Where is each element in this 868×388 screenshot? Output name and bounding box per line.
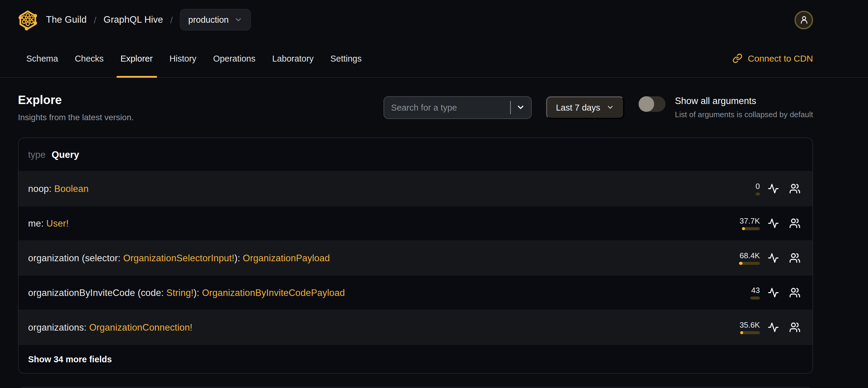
tab-settings[interactable]: Settings: [322, 39, 370, 77]
field-type-link[interactable]: Boolean: [54, 183, 88, 193]
field-type-link[interactable]: OrganizationConnection!: [89, 322, 193, 332]
table-row: organization (selector: OrganizationSele…: [19, 240, 812, 275]
show-arguments-switch[interactable]: [639, 96, 665, 112]
type-search-combobox: [383, 96, 531, 119]
tab-laboratory[interactable]: Laboratory: [264, 39, 322, 77]
field-usage: 0: [726, 182, 760, 196]
field-text: organization (selector:: [28, 252, 123, 263]
field-usage-bar: [739, 262, 760, 265]
activity-icon[interactable]: [768, 322, 779, 333]
users-icon[interactable]: [789, 252, 801, 264]
field-text: me:: [28, 218, 46, 228]
fields-list: noop: Boolean 0 me: User! 37.7K: [19, 171, 812, 345]
field-text: ):: [193, 287, 202, 297]
type-name: Query: [52, 149, 80, 160]
field-type-link[interactable]: OrganizationByInviteCodePayload: [202, 287, 345, 297]
hive-logo-icon[interactable]: [18, 9, 38, 30]
show-arguments-toggle-group: Show all arguments List of arguments is …: [639, 96, 813, 119]
breadcrumb-separator: /: [94, 14, 96, 25]
tab-schema[interactable]: Schema: [18, 39, 66, 77]
page-subtitle: Insights from the latest version.: [18, 112, 134, 122]
field-usage-bar-fill: [739, 262, 743, 265]
user-icon: [799, 15, 809, 25]
top-bar: The Guild / GraphQL Hive / production: [0, 0, 868, 39]
page-title: Explore: [18, 93, 134, 107]
breadcrumb-separator: /: [170, 14, 173, 25]
breadcrumb-project[interactable]: GraphQL Hive: [104, 14, 163, 25]
field-type-link[interactable]: User!: [46, 218, 69, 228]
field-usage: 35.6K: [726, 321, 760, 334]
next-type-card-preview: [18, 387, 813, 388]
field-signature: organization (selector: OrganizationSele…: [28, 252, 330, 263]
field-text: ):: [235, 252, 243, 263]
activity-icon[interactable]: [768, 218, 779, 229]
field-signature: organizationByInviteCode (code: String!)…: [28, 287, 345, 298]
type-kind-label: type: [28, 149, 46, 160]
field-usage: 37.7K: [726, 216, 760, 230]
show-more-fields-button[interactable]: Show 34 more fields: [19, 345, 812, 373]
field-stats: 35.6K: [726, 321, 801, 334]
nav-tabs: SchemaChecksExplorerHistoryOperationsLab…: [18, 39, 370, 77]
activity-icon[interactable]: [768, 183, 779, 194]
field-stats: 37.7K: [726, 216, 801, 230]
breadcrumb-org[interactable]: The Guild: [46, 14, 87, 25]
switch-knob: [639, 96, 654, 112]
users-icon[interactable]: [789, 287, 801, 298]
field-usage-bar: [750, 297, 760, 300]
tab-checks[interactable]: Checks: [66, 39, 112, 77]
activity-icon[interactable]: [768, 287, 779, 298]
users-icon[interactable]: [789, 183, 801, 194]
field-usage: 43: [726, 286, 760, 300]
field-usage-bar: [742, 227, 760, 230]
field-stats: 43: [726, 286, 801, 300]
connect-to-cdn-button[interactable]: Connect to CDN: [733, 39, 813, 77]
field-usage-bar: [740, 331, 760, 334]
date-range-value: Last 7 days: [556, 102, 600, 112]
field-signature: me: User!: [28, 218, 69, 229]
table-row: organizations: OrganizationConnection! 3…: [19, 310, 812, 345]
field-usage: 68.4K: [726, 251, 760, 265]
field-count: 0: [756, 182, 760, 191]
field-text: organizations:: [28, 322, 89, 332]
users-icon[interactable]: [789, 218, 801, 229]
tab-explorer[interactable]: Explorer: [112, 39, 161, 77]
type-card-header: type Query: [19, 138, 812, 171]
field-type-link[interactable]: OrganizationPayload: [243, 252, 330, 263]
type-card-query: type Query noop: Boolean 0 me: User! 37.…: [18, 138, 813, 374]
project-nav: SchemaChecksExplorerHistoryOperationsLab…: [0, 39, 868, 78]
target-selector-value: production: [188, 15, 228, 25]
field-signature: noop: Boolean: [28, 183, 89, 194]
connect-to-cdn-label: Connect to CDN: [748, 53, 813, 63]
controls-row: Explore Insights from the latest version…: [0, 78, 868, 122]
tab-operations[interactable]: Operations: [205, 39, 264, 77]
field-type-link[interactable]: String!: [166, 287, 193, 297]
field-count: 37.7K: [740, 216, 760, 226]
table-row: organizationByInviteCode (code: String!)…: [19, 275, 812, 310]
toggle-text: Show all arguments List of arguments is …: [675, 96, 813, 119]
table-row: noop: Boolean 0: [19, 171, 812, 206]
type-search-input[interactable]: [384, 96, 510, 118]
toggle-label: Show all arguments: [675, 96, 813, 107]
field-usage-bar-fill: [742, 227, 745, 230]
field-usage-bar: [756, 192, 760, 196]
field-usage-bar-fill: [740, 331, 743, 334]
activity-icon[interactable]: [768, 252, 779, 264]
chevron-down-icon[interactable]: [516, 103, 525, 112]
tab-history[interactable]: History: [161, 39, 205, 77]
date-range-selector[interactable]: Last 7 days: [546, 96, 624, 119]
field-stats: 0: [726, 182, 801, 196]
field-type-link[interactable]: OrganizationSelectorInput!: [123, 252, 234, 263]
field-count: 68.4K: [740, 251, 760, 260]
combobox-divider: [510, 101, 510, 114]
field-count: 35.6K: [740, 321, 760, 329]
controls: Last 7 days Show all arguments List of a…: [383, 93, 813, 119]
user-menu-button[interactable]: [795, 10, 813, 29]
page-head: Explore Insights from the latest version…: [18, 93, 134, 122]
app-root: The Guild / GraphQL Hive / production Sc…: [0, 0, 868, 388]
target-selector[interactable]: production: [180, 9, 251, 30]
users-icon[interactable]: [789, 322, 801, 333]
table-row: me: User! 37.7K: [19, 206, 812, 240]
chevron-down-icon: [606, 103, 614, 111]
chevron-down-icon: [234, 16, 243, 24]
field-signature: organizations: OrganizationConnection!: [28, 322, 192, 333]
